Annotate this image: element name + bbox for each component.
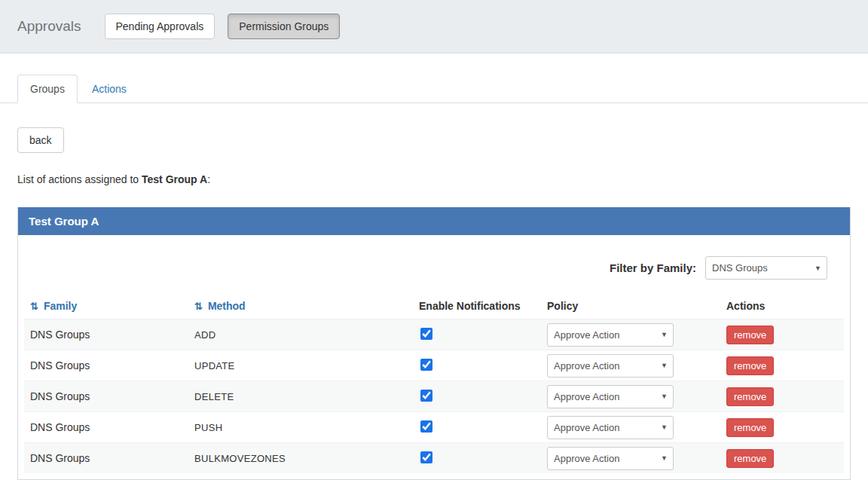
remove-button[interactable]: remove xyxy=(726,356,774,375)
family-cell: DNS Groups xyxy=(30,359,194,371)
policy-dropdown-wrap: Approve Action ▼ xyxy=(547,385,674,408)
actions-cell: remove xyxy=(726,387,844,406)
header-method-label: Method xyxy=(208,300,246,312)
family-cell: DNS Groups xyxy=(30,452,194,464)
table-row: DNS Groups PUSH Approve Action ▼ remove xyxy=(24,411,844,442)
notifications-cell xyxy=(419,420,547,435)
header-family-label: Family xyxy=(44,300,77,312)
remove-button[interactable]: remove xyxy=(726,387,774,406)
actions-cell: remove xyxy=(726,449,844,468)
top-header-bar: Approvals Pending Approvals Permission G… xyxy=(0,0,868,54)
enable-notifications-checkbox[interactable] xyxy=(420,420,432,433)
filter-row: Filter by Family: DNS Groups ▼ xyxy=(24,235,844,293)
sort-icon[interactable]: ⇅ xyxy=(30,301,38,312)
policy-dropdown-wrap: Approve Action ▼ xyxy=(547,416,674,439)
policy-dropdown[interactable]: Approve Action xyxy=(547,416,674,439)
notifications-cell xyxy=(419,359,547,373)
enable-notifications-checkbox[interactable] xyxy=(420,390,432,402)
method-cell: PUSH xyxy=(194,422,419,433)
family-filter-dropdown[interactable]: DNS Groups xyxy=(705,256,827,280)
actions-cell: remove xyxy=(726,356,844,375)
table-header-row: ⇅Family ⇅Method Enable Notifications Pol… xyxy=(24,293,844,319)
permission-groups-button[interactable]: Permission Groups xyxy=(228,14,340,39)
filter-label: Filter by Family: xyxy=(610,261,696,274)
policy-dropdown[interactable]: Approve Action xyxy=(547,447,674,470)
group-panel: Test Group A Filter by Family: DNS Group… xyxy=(17,207,851,480)
policy-dropdown[interactable]: Approve Action xyxy=(547,354,674,378)
method-cell: UPDATE xyxy=(194,360,419,371)
page-title: Approvals xyxy=(17,18,81,35)
header-policy: Policy xyxy=(547,300,726,312)
table-row: DNS Groups BULKMOVEZONES Approve Action … xyxy=(24,442,844,473)
family-cell: DNS Groups xyxy=(30,390,194,402)
method-cell: ADD xyxy=(194,329,419,341)
policy-dropdown[interactable]: Approve Action xyxy=(547,385,674,408)
notifications-cell xyxy=(419,390,547,404)
header-actions: Actions xyxy=(726,300,844,312)
enable-notifications-checkbox[interactable] xyxy=(420,359,432,371)
tab-actions[interactable]: Actions xyxy=(79,75,139,103)
family-cell: DNS Groups xyxy=(30,421,194,433)
policy-cell: Approve Action ▼ xyxy=(547,447,726,470)
actions-cell: remove xyxy=(726,326,844,344)
sort-icon[interactable]: ⇅ xyxy=(194,301,203,312)
notifications-cell xyxy=(419,328,547,342)
pending-approvals-button[interactable]: Pending Approvals xyxy=(105,14,215,39)
intro-suffix: : xyxy=(207,173,210,185)
actions-cell: remove xyxy=(726,418,844,437)
remove-button[interactable]: remove xyxy=(726,326,774,344)
policy-dropdown-wrap: Approve Action ▼ xyxy=(547,354,674,378)
policy-dropdown-wrap: Approve Action ▼ xyxy=(547,447,674,470)
family-cell: DNS Groups xyxy=(30,329,194,341)
remove-button[interactable]: remove xyxy=(726,418,774,437)
enable-notifications-checkbox[interactable] xyxy=(420,328,432,340)
intro-text: List of actions assigned to Test Group A… xyxy=(17,173,868,185)
header-family[interactable]: ⇅Family xyxy=(30,300,194,312)
table-row: DNS Groups DELETE Approve Action ▼ remov… xyxy=(24,381,844,411)
policy-cell: Approve Action ▼ xyxy=(547,323,726,347)
method-cell: DELETE xyxy=(194,391,419,402)
table-row: DNS Groups UPDATE Approve Action ▼ remov… xyxy=(24,350,844,381)
table-body: DNS Groups ADD Approve Action ▼ remove D… xyxy=(24,319,844,473)
header-method[interactable]: ⇅Method xyxy=(194,300,419,312)
policy-dropdown-wrap: Approve Action ▼ xyxy=(547,323,674,347)
actions-table: ⇅Family ⇅Method Enable Notifications Pol… xyxy=(24,293,844,473)
policy-cell: Approve Action ▼ xyxy=(547,416,726,439)
intro-group-name: Test Group A xyxy=(142,173,207,185)
tab-bar: Groups Actions xyxy=(0,75,868,103)
remove-button[interactable]: remove xyxy=(726,449,774,468)
intro-prefix: List of actions assigned to xyxy=(17,173,142,185)
tab-groups[interactable]: Groups xyxy=(17,75,78,103)
header-enable-notifications: Enable Notifications xyxy=(419,300,547,312)
panel-body: Filter by Family: DNS Groups ▼ ⇅Family ⇅… xyxy=(18,235,850,479)
policy-cell: Approve Action ▼ xyxy=(547,385,726,408)
policy-dropdown[interactable]: Approve Action xyxy=(547,323,674,347)
method-cell: BULKMOVEZONES xyxy=(194,453,419,464)
table-row: DNS Groups ADD Approve Action ▼ remove xyxy=(24,319,844,350)
panel-title: Test Group A xyxy=(18,207,850,235)
family-filter-dropdown-wrap: DNS Groups ▼ xyxy=(705,256,827,280)
enable-notifications-checkbox[interactable] xyxy=(420,451,432,463)
back-button[interactable]: back xyxy=(17,127,64,153)
notifications-cell xyxy=(419,451,547,466)
policy-cell: Approve Action ▼ xyxy=(547,354,726,378)
